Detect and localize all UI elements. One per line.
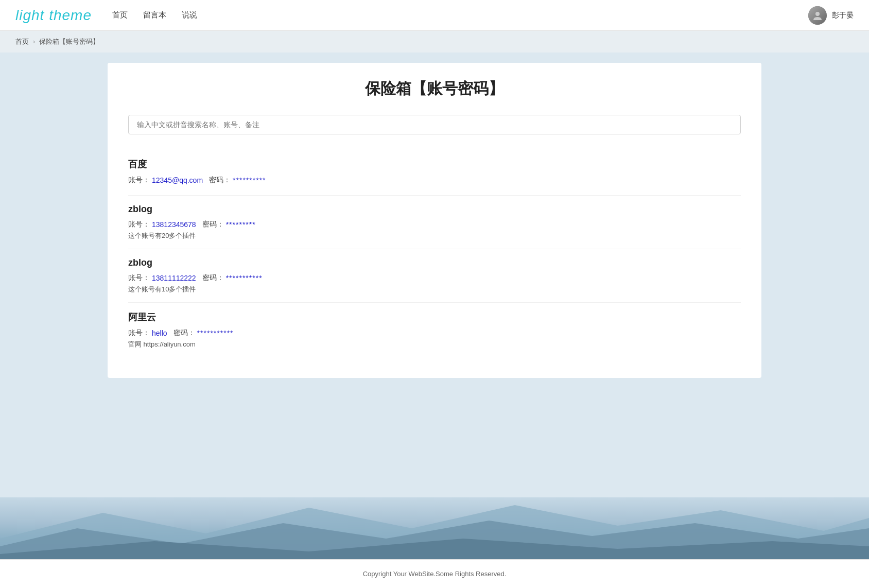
breadcrumb-current: 保险箱【账号密码】	[39, 37, 99, 46]
main-wrapper: 首页 › 保险箱【账号密码】 保险箱【账号密码】 百度 账号： 12345@qq…	[0, 31, 869, 559]
nav-talk[interactable]: 说说	[182, 10, 197, 20]
account-label: 账号：	[128, 220, 150, 229]
header-right: 彭于晏	[808, 6, 854, 25]
password-label: 密码：	[209, 176, 231, 185]
content-card: 保险箱【账号密码】 百度 账号： 12345@qq.com 密码： ******…	[108, 63, 761, 378]
entry-password[interactable]: ***********	[197, 329, 234, 337]
entries-list: 百度 账号： 12345@qq.com 密码： ********** zblog…	[128, 150, 741, 357]
header-left: light theme 首页 留言本 说说	[15, 7, 197, 24]
password-label: 密码：	[202, 273, 224, 283]
entry-credentials: 账号： 13811112222 密码： ***********	[128, 273, 741, 283]
account-label: 账号：	[128, 328, 150, 338]
entry-item: zblog 账号： 13812345678 密码： ********* 这个账号…	[128, 196, 741, 249]
entry-credentials: 账号： hello 密码： ***********	[128, 328, 741, 338]
entry-account[interactable]: hello	[152, 329, 167, 337]
entry-account[interactable]: 13811112222	[152, 274, 196, 282]
nav-home[interactable]: 首页	[112, 10, 128, 20]
entry-password[interactable]: ***********	[226, 274, 263, 282]
entry-password[interactable]: *********	[226, 220, 256, 229]
entry-name: zblog	[128, 204, 741, 215]
entry-password[interactable]: **********	[233, 176, 266, 184]
copyright-text: Copyright Your WebSite.Some Rights Reser…	[363, 570, 507, 578]
account-label: 账号：	[128, 273, 150, 283]
entry-name: 阿里云	[128, 311, 741, 323]
header: light theme 首页 留言本 说说 彭于晏	[0, 0, 869, 31]
search-input[interactable]	[128, 115, 741, 134]
entry-note: 这个账号有20多个插件	[128, 231, 741, 240]
entry-name: zblog	[128, 257, 741, 268]
entry-note: 官网 https://aliyun.com	[128, 340, 741, 349]
entry-item: 阿里云 账号： hello 密码： *********** 官网 https:/…	[128, 303, 741, 357]
content-area: 保险箱【账号密码】 百度 账号： 12345@qq.com 密码： ******…	[0, 53, 869, 497]
avatar	[808, 6, 827, 25]
breadcrumb-separator: ›	[33, 38, 35, 45]
entry-note: 这个账号有10多个插件	[128, 285, 741, 294]
username: 彭于晏	[832, 11, 854, 20]
entry-account[interactable]: 12345@qq.com	[152, 176, 203, 184]
entry-credentials: 账号： 12345@qq.com 密码： **********	[128, 176, 741, 185]
entry-item: 百度 账号： 12345@qq.com 密码： **********	[128, 150, 741, 196]
entry-account[interactable]: 13812345678	[152, 220, 196, 229]
page-title: 保险箱【账号密码】	[128, 78, 741, 99]
logo[interactable]: light theme	[15, 7, 92, 24]
avatar-image	[808, 6, 827, 25]
breadcrumb-home[interactable]: 首页	[15, 37, 29, 46]
account-label: 账号：	[128, 176, 150, 185]
entry-item: zblog 账号： 13811112222 密码： *********** 这个…	[128, 249, 741, 303]
nav-guestbook[interactable]: 留言本	[143, 10, 166, 20]
nav: 首页 留言本 说说	[112, 10, 197, 20]
svg-point-0	[815, 12, 820, 16]
password-label: 密码：	[173, 328, 195, 338]
breadcrumb: 首页 › 保险箱【账号密码】	[0, 31, 869, 53]
entry-credentials: 账号： 13812345678 密码： *********	[128, 220, 741, 229]
entry-name: 百度	[128, 158, 741, 170]
footer: Copyright Your WebSite.Some Rights Reser…	[0, 559, 869, 588]
password-label: 密码：	[202, 220, 224, 229]
background-mountain	[0, 497, 869, 559]
